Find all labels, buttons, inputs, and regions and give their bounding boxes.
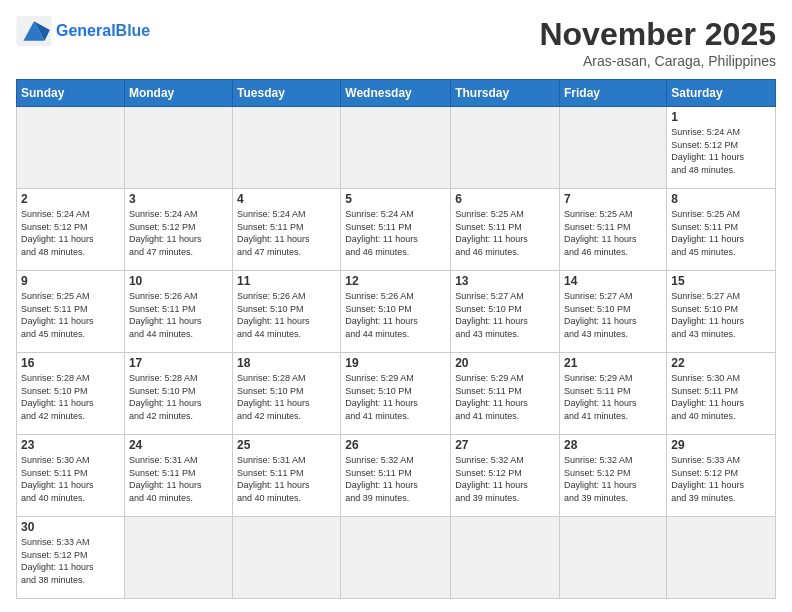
day-info: Sunrise: 5:32 AMSunset: 5:12 PMDaylight:… <box>564 454 662 504</box>
day-cell <box>341 107 451 189</box>
weekday-header-row: SundayMondayTuesdayWednesdayThursdayFrid… <box>17 80 776 107</box>
location-title: Aras-asan, Caraga, Philippines <box>539 53 776 69</box>
weekday-header-friday: Friday <box>560 80 667 107</box>
day-cell <box>124 517 232 599</box>
day-cell <box>233 517 341 599</box>
day-cell <box>560 107 667 189</box>
day-cell: 17Sunrise: 5:28 AMSunset: 5:10 PMDayligh… <box>124 353 232 435</box>
day-info: Sunrise: 5:33 AMSunset: 5:12 PMDaylight:… <box>21 536 120 586</box>
day-cell: 4Sunrise: 5:24 AMSunset: 5:11 PMDaylight… <box>233 189 341 271</box>
day-number: 22 <box>671 356 771 370</box>
day-info: Sunrise: 5:31 AMSunset: 5:11 PMDaylight:… <box>237 454 336 504</box>
week-row-0: 1Sunrise: 5:24 AMSunset: 5:12 PMDaylight… <box>17 107 776 189</box>
day-cell: 16Sunrise: 5:28 AMSunset: 5:10 PMDayligh… <box>17 353 125 435</box>
logo: GeneralBlue <box>16 16 150 46</box>
day-cell: 11Sunrise: 5:26 AMSunset: 5:10 PMDayligh… <box>233 271 341 353</box>
day-info: Sunrise: 5:24 AMSunset: 5:11 PMDaylight:… <box>345 208 446 258</box>
day-info: Sunrise: 5:32 AMSunset: 5:11 PMDaylight:… <box>345 454 446 504</box>
header: GeneralBlue November 2025 Aras-asan, Car… <box>16 16 776 69</box>
day-cell: 3Sunrise: 5:24 AMSunset: 5:12 PMDaylight… <box>124 189 232 271</box>
day-info: Sunrise: 5:31 AMSunset: 5:11 PMDaylight:… <box>129 454 228 504</box>
day-number: 9 <box>21 274 120 288</box>
day-cell: 1Sunrise: 5:24 AMSunset: 5:12 PMDaylight… <box>667 107 776 189</box>
day-cell: 21Sunrise: 5:29 AMSunset: 5:11 PMDayligh… <box>560 353 667 435</box>
day-cell: 8Sunrise: 5:25 AMSunset: 5:11 PMDaylight… <box>667 189 776 271</box>
day-cell: 19Sunrise: 5:29 AMSunset: 5:10 PMDayligh… <box>341 353 451 435</box>
day-info: Sunrise: 5:29 AMSunset: 5:11 PMDaylight:… <box>564 372 662 422</box>
day-cell: 29Sunrise: 5:33 AMSunset: 5:12 PMDayligh… <box>667 435 776 517</box>
day-info: Sunrise: 5:24 AMSunset: 5:12 PMDaylight:… <box>671 126 771 176</box>
day-cell <box>451 517 560 599</box>
day-number: 20 <box>455 356 555 370</box>
day-number: 8 <box>671 192 771 206</box>
weekday-header-thursday: Thursday <box>451 80 560 107</box>
day-cell: 22Sunrise: 5:30 AMSunset: 5:11 PMDayligh… <box>667 353 776 435</box>
day-info: Sunrise: 5:27 AMSunset: 5:10 PMDaylight:… <box>671 290 771 340</box>
day-info: Sunrise: 5:25 AMSunset: 5:11 PMDaylight:… <box>671 208 771 258</box>
day-cell: 12Sunrise: 5:26 AMSunset: 5:10 PMDayligh… <box>341 271 451 353</box>
day-number: 6 <box>455 192 555 206</box>
day-info: Sunrise: 5:30 AMSunset: 5:11 PMDaylight:… <box>21 454 120 504</box>
day-number: 23 <box>21 438 120 452</box>
day-info: Sunrise: 5:33 AMSunset: 5:12 PMDaylight:… <box>671 454 771 504</box>
day-cell: 2Sunrise: 5:24 AMSunset: 5:12 PMDaylight… <box>17 189 125 271</box>
day-cell: 30Sunrise: 5:33 AMSunset: 5:12 PMDayligh… <box>17 517 125 599</box>
day-cell: 24Sunrise: 5:31 AMSunset: 5:11 PMDayligh… <box>124 435 232 517</box>
day-number: 13 <box>455 274 555 288</box>
week-row-1: 2Sunrise: 5:24 AMSunset: 5:12 PMDaylight… <box>17 189 776 271</box>
day-info: Sunrise: 5:29 AMSunset: 5:11 PMDaylight:… <box>455 372 555 422</box>
day-number: 16 <box>21 356 120 370</box>
day-cell <box>341 517 451 599</box>
day-number: 3 <box>129 192 228 206</box>
day-number: 18 <box>237 356 336 370</box>
week-row-2: 9Sunrise: 5:25 AMSunset: 5:11 PMDaylight… <box>17 271 776 353</box>
day-info: Sunrise: 5:25 AMSunset: 5:11 PMDaylight:… <box>21 290 120 340</box>
day-info: Sunrise: 5:28 AMSunset: 5:10 PMDaylight:… <box>129 372 228 422</box>
day-number: 24 <box>129 438 228 452</box>
day-info: Sunrise: 5:30 AMSunset: 5:11 PMDaylight:… <box>671 372 771 422</box>
day-cell <box>560 517 667 599</box>
day-cell: 20Sunrise: 5:29 AMSunset: 5:11 PMDayligh… <box>451 353 560 435</box>
day-cell <box>451 107 560 189</box>
weekday-header-monday: Monday <box>124 80 232 107</box>
day-info: Sunrise: 5:24 AMSunset: 5:11 PMDaylight:… <box>237 208 336 258</box>
week-row-4: 23Sunrise: 5:30 AMSunset: 5:11 PMDayligh… <box>17 435 776 517</box>
day-info: Sunrise: 5:24 AMSunset: 5:12 PMDaylight:… <box>21 208 120 258</box>
day-cell: 13Sunrise: 5:27 AMSunset: 5:10 PMDayligh… <box>451 271 560 353</box>
day-cell: 25Sunrise: 5:31 AMSunset: 5:11 PMDayligh… <box>233 435 341 517</box>
day-number: 11 <box>237 274 336 288</box>
weekday-header-tuesday: Tuesday <box>233 80 341 107</box>
day-number: 7 <box>564 192 662 206</box>
day-number: 28 <box>564 438 662 452</box>
day-info: Sunrise: 5:28 AMSunset: 5:10 PMDaylight:… <box>237 372 336 422</box>
day-info: Sunrise: 5:24 AMSunset: 5:12 PMDaylight:… <box>129 208 228 258</box>
day-info: Sunrise: 5:26 AMSunset: 5:10 PMDaylight:… <box>237 290 336 340</box>
day-cell: 26Sunrise: 5:32 AMSunset: 5:11 PMDayligh… <box>341 435 451 517</box>
day-cell: 6Sunrise: 5:25 AMSunset: 5:11 PMDaylight… <box>451 189 560 271</box>
week-row-3: 16Sunrise: 5:28 AMSunset: 5:10 PMDayligh… <box>17 353 776 435</box>
day-number: 5 <box>345 192 446 206</box>
logo-general: General <box>56 22 116 39</box>
day-cell: 27Sunrise: 5:32 AMSunset: 5:12 PMDayligh… <box>451 435 560 517</box>
day-cell: 28Sunrise: 5:32 AMSunset: 5:12 PMDayligh… <box>560 435 667 517</box>
day-cell: 23Sunrise: 5:30 AMSunset: 5:11 PMDayligh… <box>17 435 125 517</box>
day-cell: 7Sunrise: 5:25 AMSunset: 5:11 PMDaylight… <box>560 189 667 271</box>
day-number: 12 <box>345 274 446 288</box>
day-number: 4 <box>237 192 336 206</box>
day-cell <box>667 517 776 599</box>
day-info: Sunrise: 5:26 AMSunset: 5:11 PMDaylight:… <box>129 290 228 340</box>
month-title: November 2025 <box>539 16 776 53</box>
day-info: Sunrise: 5:25 AMSunset: 5:11 PMDaylight:… <box>564 208 662 258</box>
day-number: 17 <box>129 356 228 370</box>
weekday-header-sunday: Sunday <box>17 80 125 107</box>
logo-icon <box>16 16 52 46</box>
day-cell <box>17 107 125 189</box>
logo-text: GeneralBlue <box>56 21 150 40</box>
day-cell <box>233 107 341 189</box>
day-cell: 9Sunrise: 5:25 AMSunset: 5:11 PMDaylight… <box>17 271 125 353</box>
logo-blue: Blue <box>116 22 151 39</box>
calendar: SundayMondayTuesdayWednesdayThursdayFrid… <box>16 79 776 599</box>
day-number: 29 <box>671 438 771 452</box>
day-number: 21 <box>564 356 662 370</box>
day-cell: 5Sunrise: 5:24 AMSunset: 5:11 PMDaylight… <box>341 189 451 271</box>
